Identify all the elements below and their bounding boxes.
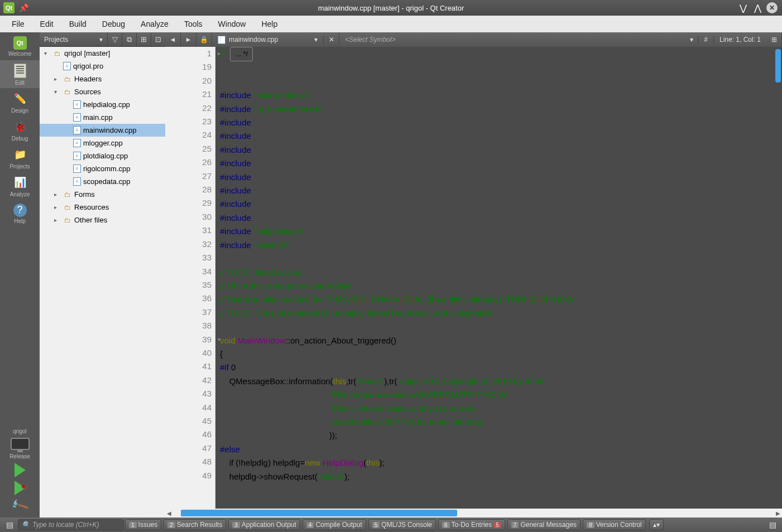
nav-back-button[interactable]: ◄: [165, 33, 181, 46]
output-panel-button[interactable]: 4Compile Output: [303, 519, 366, 530]
mode-edit[interactable]: Edit: [0, 60, 40, 88]
mode-label: Debug: [12, 136, 28, 142]
mode-label: Projects: [9, 163, 30, 170]
output-panel-button[interactable]: 3Application Output: [228, 519, 300, 530]
tree-arrow-icon[interactable]: ▾: [44, 50, 51, 56]
folder-icon: 🗀: [53, 49, 62, 58]
tree-row[interactable]: ▸🗀Other files: [40, 214, 165, 226]
menu-edit[interactable]: Edit: [33, 17, 61, 31]
lock-icon[interactable]: 🔒: [196, 33, 212, 46]
scroll-left-icon[interactable]: ◀: [165, 510, 173, 516]
output-panel-button[interactable]: 2Search Results: [164, 519, 226, 530]
bottombar: ▤ 🔍 Type to locate (Ctrl+K) 1Issues2Sear…: [0, 518, 782, 532]
tree-row[interactable]: ≡rigolcomm.cpp: [40, 162, 165, 175]
menu-help[interactable]: Help: [254, 17, 285, 31]
toggle-left-sidebar[interactable]: ▤: [2, 520, 17, 529]
menu-window[interactable]: Window: [211, 17, 253, 31]
mode-analyze[interactable]: 📊 Analyze: [0, 172, 40, 200]
tree-label: rigolcomm.cpp: [83, 165, 131, 173]
code-body[interactable]: /*... */ #include "mainwindow.h"#include…: [215, 47, 782, 509]
cpp-file-icon: ≡: [73, 139, 81, 147]
mode-welcome[interactable]: Qt Welcome: [0, 32, 40, 60]
menu-debug[interactable]: Debug: [95, 17, 132, 31]
scroll-right-icon[interactable]: ▶: [774, 510, 782, 516]
split-button[interactable]: ⊞: [136, 33, 151, 46]
locator-input[interactable]: 🔍 Type to locate (Ctrl+K): [18, 519, 124, 530]
output-panel-button[interactable]: 6To-Do Entries5: [438, 519, 505, 530]
nav-forward-button[interactable]: ►: [181, 33, 196, 46]
horizontal-scrollbar[interactable]: ◀ ▶: [165, 509, 782, 518]
vertical-scrollbar[interactable]: [775, 49, 781, 83]
scroll-thumb[interactable]: [181, 510, 457, 516]
tree-row[interactable]: ≡helpdialog.cpp: [40, 98, 165, 111]
toggle-right-sidebar[interactable]: ▤: [765, 520, 780, 529]
folder-icon: 🗀: [63, 216, 72, 225]
mode-debug[interactable]: 🐞 Debug: [0, 116, 40, 144]
chevron-down-icon: ▾: [690, 36, 693, 43]
config-label: Release: [9, 453, 30, 460]
debug-icon: 🐞: [12, 119, 28, 134]
tree-row[interactable]: ▸🗀Headers: [40, 72, 165, 85]
tree-row[interactable]: ≡scopedata.cpp: [40, 175, 165, 188]
pin-icon[interactable]: 📌: [19, 3, 28, 12]
design-icon: ✏️: [12, 91, 28, 107]
mode-projects[interactable]: 📁 Projects: [0, 144, 40, 172]
output-panel-button[interactable]: 1Issues: [125, 519, 161, 530]
tree-label: helpdialog.cpp: [83, 100, 130, 109]
tree-row[interactable]: ▸🗀Resources: [40, 201, 165, 214]
tree-arrow-icon[interactable]: ▸: [54, 191, 61, 197]
menu-tools[interactable]: Tools: [177, 17, 210, 31]
tree-arrow-icon[interactable]: ▸: [54, 217, 61, 223]
mode-label: Welcome: [8, 51, 32, 57]
panel-menu-button[interactable]: ▴▾: [649, 519, 664, 530]
mode-design[interactable]: ✏️ Design: [0, 88, 40, 116]
file-combo[interactable]: ⋮ mainwindow.cpp ▾: [212, 36, 324, 44]
output-panel-button[interactable]: 5QML/JS Console: [368, 519, 436, 530]
output-panel-button[interactable]: 8Version Control: [583, 519, 646, 530]
tree-row[interactable]: ≡mainwindow.cpp: [40, 124, 165, 137]
debug-run-button[interactable]: [15, 481, 26, 495]
tree-label: Sources: [74, 88, 101, 96]
tree-row[interactable]: ≡main.cpp: [40, 111, 165, 124]
symbol-combo[interactable]: <Select Symbol>: [339, 36, 690, 43]
filter-button[interactable]: ▽: [107, 33, 122, 46]
chevron-down-icon: ▾: [99, 36, 103, 43]
link-button[interactable]: ⧉: [122, 33, 136, 46]
app-logo: Qt: [3, 2, 15, 13]
mode-help[interactable]: ? Help: [0, 200, 40, 228]
close-button[interactable]: ✕: [766, 2, 778, 13]
menu-analyze[interactable]: Analyze: [133, 17, 176, 31]
folder-icon: 🗀: [63, 75, 72, 84]
close-file-button[interactable]: ✕: [324, 33, 339, 46]
cpp-file-icon: ≡: [73, 113, 81, 122]
tree-arrow-icon[interactable]: ▸: [54, 76, 61, 82]
maximize-button[interactable]: ⋀: [752, 2, 763, 13]
locator-placeholder: Type to locate (Ctrl+K): [32, 521, 99, 529]
tree-arrow-icon[interactable]: ▾: [54, 89, 61, 95]
tree-row[interactable]: ≡qrigol.pro: [40, 60, 165, 72]
tree-row[interactable]: ▾🗀Sources: [40, 85, 165, 98]
mode-sidebar: Qt Welcome Edit ✏️ Design 🐞 Debug 📁 Proj…: [0, 32, 40, 518]
tree-row[interactable]: ▸🗀Forms: [40, 188, 165, 201]
tree-row[interactable]: ▾🗀qrigol [master]: [40, 47, 165, 60]
minimize-button[interactable]: ⋁: [737, 2, 749, 13]
output-panel-button[interactable]: 7General Messages: [507, 519, 580, 530]
target-selector[interactable]: [11, 438, 30, 450]
run-button[interactable]: [15, 463, 26, 477]
line-gutter: 1▸19202122232425262728293031323334353637…: [165, 47, 215, 509]
split-editor-button[interactable]: ⊞: [766, 33, 782, 46]
menu-build[interactable]: Build: [62, 17, 94, 31]
tree-row[interactable]: ≡plotdialog.cpp: [40, 149, 165, 162]
tree-arrow-icon[interactable]: ▸: [54, 204, 61, 210]
folder-icon: 🗀: [63, 88, 72, 96]
build-button[interactable]: 🔨: [9, 496, 30, 516]
menu-file[interactable]: File: [4, 17, 32, 31]
project-tree[interactable]: ▾🗀qrigol [master]≡qrigol.pro▸🗀Headers▾🗀S…: [40, 47, 165, 518]
tree-row[interactable]: ≡mlogger.cpp: [40, 137, 165, 149]
cpp-file-icon: ≡: [73, 126, 81, 134]
projects-combo[interactable]: Projects ▾: [40, 36, 107, 43]
cpp-file-icon: ≡: [73, 177, 81, 186]
menubar: File Edit Build Debug Analyze Tools Wind…: [0, 16, 782, 32]
code-editor[interactable]: 1▸19202122232425262728293031323334353637…: [165, 47, 782, 518]
close-pane-button[interactable]: ⊡: [151, 33, 165, 46]
